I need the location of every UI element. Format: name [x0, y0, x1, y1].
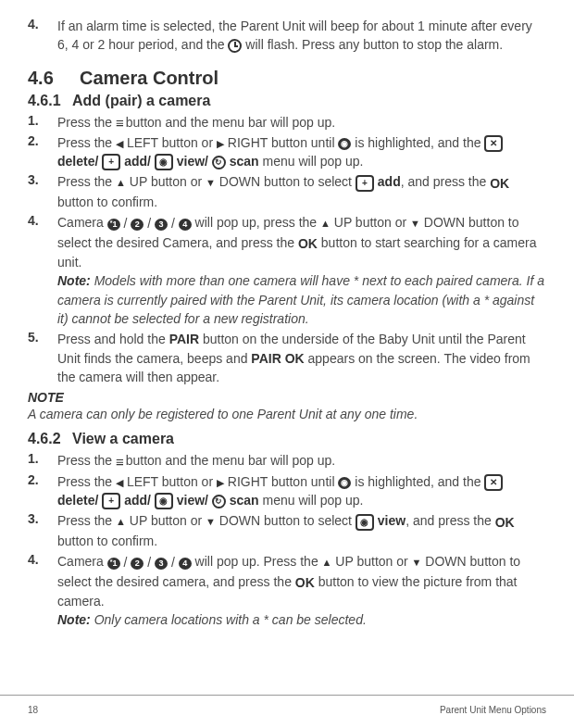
- text: button and the menu bar will pop up.: [126, 115, 336, 130]
- manual-page: 4. If an alarm time is selected, the Par…: [0, 0, 574, 630]
- step-number: 3.: [28, 172, 57, 211]
- heading-camera-control: 4.6Camera Control: [28, 68, 546, 89]
- list-item: 5. Press and hold the PAIR button on the…: [28, 330, 546, 386]
- camera-3-icon: 3: [155, 219, 168, 231]
- camera-highlight-icon: ◉: [338, 138, 351, 150]
- right-arrow-icon: ▶: [217, 477, 224, 488]
- camera-1-icon: *1: [107, 219, 120, 231]
- label-scan: scan: [226, 154, 259, 169]
- label-add: add/: [120, 493, 155, 508]
- step-text: Camera *1 / 2 / 3 / 4 will pop up, press…: [57, 213, 546, 328]
- step-number: 4.: [28, 213, 57, 328]
- camera-number-group: *1 / 2 / 3 / 4: [107, 553, 192, 571]
- scan-icon: ↻: [212, 156, 226, 169]
- camera-1-icon: *1: [107, 558, 120, 570]
- section-title: Add (pair) a camera: [72, 93, 210, 108]
- label-pair: PAIR: [169, 332, 199, 346]
- ok-icon: OK: [490, 174, 509, 193]
- list-item: 4. If an alarm time is selected, the Par…: [28, 17, 546, 55]
- text: is highlighted, and the: [355, 135, 484, 150]
- down-arrow-icon: ▼: [410, 218, 420, 229]
- text: UP button or: [126, 513, 206, 528]
- menu-icon: ≡: [116, 458, 122, 466]
- step-text: Press the ◀ LEFT button or ▶ RIGHT butto…: [57, 133, 546, 171]
- list-item: 3. Press the ▲ UP button or ▼ DOWN butto…: [28, 172, 546, 211]
- step-number: 1.: [28, 113, 57, 132]
- page-footer: 18 Parent Unit Menu Options: [0, 695, 574, 728]
- paired-star: *: [110, 559, 113, 565]
- step-number: 5.: [28, 330, 57, 386]
- list-item: 2. Press the ◀ LEFT button or ▶ RIGHT bu…: [28, 472, 546, 510]
- delete-icon: ✕: [484, 474, 503, 491]
- paired-star: *: [110, 220, 113, 226]
- text: button and the menu bar will pop up.: [126, 453, 336, 468]
- text: is highlighted, and the: [355, 474, 484, 489]
- camera-highlight-icon: ◉: [338, 477, 351, 489]
- add-icon: +: [102, 493, 120, 509]
- ok-icon: OK: [495, 513, 515, 532]
- up-arrow-icon: ▲: [116, 516, 126, 527]
- up-arrow-icon: ▲: [116, 177, 126, 188]
- ok-icon: OK: [298, 234, 318, 253]
- text: Press the: [57, 474, 116, 489]
- list-item: 2. Press the ◀ LEFT button or ▶ RIGHT bu…: [28, 133, 546, 171]
- note-body: A camera can only be registered to one P…: [28, 405, 546, 423]
- step-text: Press the ◀ LEFT button or ▶ RIGHT butto…: [57, 472, 546, 510]
- text: DOWN button to select: [216, 174, 356, 189]
- add-icon: +: [102, 154, 120, 170]
- text: Press the: [57, 174, 116, 189]
- label-view: view/: [173, 154, 212, 169]
- camera-4-icon: 4: [179, 219, 192, 231]
- text: will pop up, press the: [195, 215, 320, 230]
- alarm-clock-icon: [228, 39, 242, 53]
- pair-steps: 1. Press the ≡ button and the menu bar w…: [28, 113, 546, 387]
- text: Press and hold the: [57, 332, 169, 346]
- down-arrow-icon: ▼: [206, 177, 216, 188]
- text: button to confirm.: [57, 533, 157, 548]
- section-number: 4.6.2: [28, 431, 72, 447]
- text: menu will pop up.: [263, 493, 364, 508]
- step-number: 4.: [28, 17, 57, 55]
- scan-icon: ↻: [212, 495, 226, 508]
- label-delete: delete/: [57, 493, 102, 508]
- label-add: add/: [120, 154, 155, 169]
- text: RIGHT button until: [224, 474, 338, 489]
- label-pair-ok: PAIR OK: [251, 351, 304, 366]
- camera-number-group: *1 / 2 / 3 / 4: [107, 214, 192, 232]
- camera-2-icon: 2: [131, 219, 144, 231]
- heading-add-pair-camera: 4.6.1Add (pair) a camera: [28, 93, 546, 109]
- label-view: view: [374, 513, 406, 528]
- step-number: 1.: [28, 451, 57, 470]
- text: Press the: [57, 453, 116, 468]
- camera-4-icon: 4: [179, 558, 192, 570]
- list-item: 1. Press the ≡ button and the menu bar w…: [28, 113, 546, 132]
- down-arrow-icon: ▼: [412, 557, 422, 568]
- up-arrow-icon: ▲: [322, 557, 332, 568]
- step-number: 2.: [28, 472, 57, 510]
- text: UP button or: [331, 215, 410, 230]
- num: 1: [113, 559, 118, 568]
- text: menu will pop up.: [263, 154, 364, 169]
- label-add: add: [374, 174, 401, 189]
- down-arrow-icon: ▼: [206, 516, 216, 527]
- view-icon: ◉: [356, 514, 374, 531]
- note-label: Note:: [57, 612, 91, 627]
- text: Press the: [57, 135, 116, 150]
- step-text: Camera *1 / 2 / 3 / 4 will pop up. Press…: [57, 552, 546, 629]
- text: Camera: [57, 554, 107, 569]
- page-number: 18: [28, 705, 38, 715]
- section-title: View a camera: [72, 431, 174, 446]
- camera-2-icon: 2: [131, 558, 144, 570]
- note-text: Models with more than one camera will ha…: [57, 273, 544, 326]
- list-item: 3. Press the ▲ UP button or ▼ DOWN butto…: [28, 511, 546, 550]
- note-heading: NOTE: [28, 390, 546, 405]
- text: UP button or: [126, 174, 206, 189]
- text: LEFT button or: [123, 135, 217, 150]
- step-text: Press and hold the PAIR button on the un…: [57, 330, 546, 386]
- text: will pop up. Press the: [195, 554, 322, 569]
- text: will flash. Press any button to stop the…: [245, 37, 503, 52]
- menu-icon: ≡: [116, 119, 122, 127]
- left-arrow-icon: ◀: [116, 138, 123, 149]
- num: 1: [113, 220, 118, 229]
- text: RIGHT button until: [224, 135, 338, 150]
